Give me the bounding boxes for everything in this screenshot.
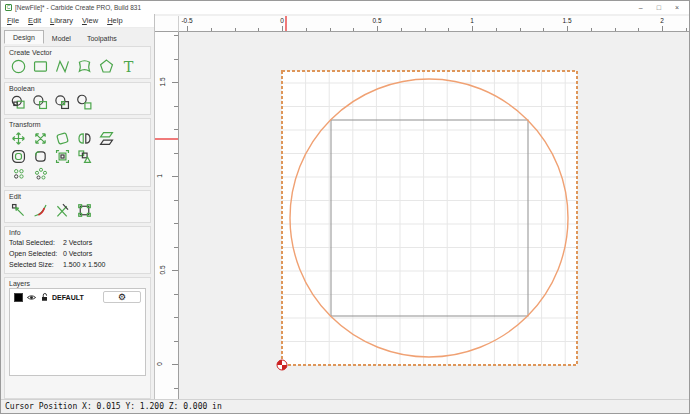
maximize-button[interactable]: □: [657, 4, 661, 11]
rectangle-tool-icon: [32, 58, 49, 75]
rotate-icon: [54, 130, 71, 147]
svg-text:T: T: [124, 58, 134, 74]
menu-library[interactable]: Library: [50, 16, 73, 25]
menu-help[interactable]: Help: [107, 16, 122, 25]
ruler-tick: [235, 28, 236, 31]
fillet-button[interactable]: [31, 147, 50, 165]
text-tool-icon: T: [120, 58, 137, 75]
close-vector-icon: [76, 202, 93, 219]
cursor-y-marker: [155, 138, 179, 140]
cursor-x-marker: [285, 16, 287, 31]
ruler-tick: [172, 270, 178, 271]
ruler-tick: [662, 26, 663, 31]
close-vector-button[interactable]: [75, 201, 94, 219]
eye-icon[interactable]: [26, 293, 37, 302]
h-ruler-label: 2: [660, 17, 664, 24]
fillet-icon: [32, 148, 49, 165]
edit-curve-icon: [32, 202, 49, 219]
scale-icon: [32, 130, 49, 147]
layer-row-default[interactable]: DEFAULT ⚙: [10, 289, 145, 305]
ruler-tick: [174, 153, 178, 154]
boolean-union-button[interactable]: [9, 93, 28, 111]
boolean-union-icon: [10, 94, 27, 111]
v-ruler-label: 0: [156, 362, 163, 366]
curve-tool-button[interactable]: [75, 57, 94, 75]
node-edit-button[interactable]: [9, 201, 28, 219]
design-canvas[interactable]: [179, 32, 690, 401]
boolean-intersect-button[interactable]: [53, 93, 72, 111]
center-icon: [54, 148, 71, 165]
h-ruler: -0.500.511.52: [179, 16, 689, 32]
h-ruler-label: -0.5: [181, 17, 192, 24]
mirror-button[interactable]: [75, 129, 94, 147]
layer-color-swatch[interactable]: [14, 293, 23, 302]
ruler-tick: [174, 341, 178, 342]
ruler-tick: [211, 28, 212, 31]
tab-design[interactable]: Design: [4, 30, 44, 44]
menu-edit[interactable]: Edit: [28, 16, 41, 25]
text-tool-button[interactable]: T: [119, 57, 138, 75]
ruler-tick: [174, 388, 178, 389]
circle-tool-button[interactable]: [9, 57, 28, 75]
h-ruler-label: 1: [470, 17, 474, 24]
ruler-tick: [377, 26, 378, 31]
layer-name: DEFAULT: [52, 294, 84, 301]
ruler-tick: [174, 247, 178, 248]
app-logo-icon: C: [5, 4, 12, 11]
section-create-vector: Create Vector: [4, 46, 151, 79]
v-ruler-label: 1: [156, 174, 163, 178]
h-ruler-label: 0.5: [372, 17, 381, 24]
polyline-tool-button[interactable]: [53, 57, 72, 75]
layers-list[interactable]: DEFAULT ⚙: [9, 288, 146, 376]
section-label: Create Vector: [9, 49, 146, 56]
skew-icon: [98, 130, 115, 147]
section-label: Boolean: [9, 85, 146, 92]
section-layers: Layers DEFAULT ⚙: [4, 277, 151, 399]
move-button[interactable]: [9, 129, 28, 147]
center-button[interactable]: [53, 147, 72, 165]
info-total-selected: Total Selected: 2 Vectors: [9, 237, 146, 248]
layer-settings-button[interactable]: ⚙: [103, 291, 141, 303]
polygon-tool-button[interactable]: [97, 57, 116, 75]
ruler-tick: [174, 35, 178, 36]
section-boolean: Boolean: [4, 82, 151, 115]
edit-curve-button[interactable]: [31, 201, 50, 219]
trim-button[interactable]: [53, 201, 72, 219]
align-shapes-icon: [76, 148, 93, 165]
tab-model[interactable]: Model: [44, 32, 79, 44]
section-label: Edit: [9, 193, 146, 200]
ruler-tick: [638, 28, 639, 31]
rotate-button[interactable]: [53, 129, 72, 147]
boolean-subtract-button[interactable]: [31, 93, 50, 111]
unlock-icon[interactable]: [40, 292, 49, 302]
menu-view[interactable]: View: [82, 16, 98, 25]
linear-array-button[interactable]: [9, 165, 28, 183]
boolean-keep-button[interactable]: [75, 93, 94, 111]
scale-button[interactable]: [31, 129, 50, 147]
info-open-selected: Open Selected: 0 Vectors: [9, 248, 146, 259]
section-edit: Edit: [4, 190, 151, 223]
menu-file[interactable]: File: [7, 16, 19, 25]
minimize-button[interactable]: –: [639, 4, 643, 11]
skew-button[interactable]: [97, 129, 116, 147]
close-button[interactable]: ×: [675, 4, 679, 11]
section-label: Info: [9, 229, 146, 236]
circular-array-button[interactable]: [31, 165, 50, 183]
offset-button[interactable]: [9, 147, 28, 165]
status-bar: Cursor Position X: 0.015 Y: 1.200 Z: 0.0…: [1, 399, 689, 413]
offset-icon: [10, 148, 27, 165]
h-ruler-label: 0: [280, 17, 284, 24]
ruler-tick: [472, 26, 473, 31]
ruler-tick: [258, 28, 259, 31]
tab-toolpaths[interactable]: Toolpaths: [79, 32, 125, 44]
ruler-tick: [174, 200, 178, 201]
rectangle-tool-button[interactable]: [31, 57, 50, 75]
ruler-tick: [174, 294, 178, 295]
ruler-tick: [543, 28, 544, 31]
v-ruler-label: 0.5: [159, 265, 166, 274]
ruler-tick: [353, 28, 354, 31]
ruler-tick: [615, 28, 616, 31]
ruler-tick: [174, 317, 178, 318]
boolean-keep-icon: [76, 94, 93, 111]
align-shapes-button[interactable]: [75, 147, 94, 165]
